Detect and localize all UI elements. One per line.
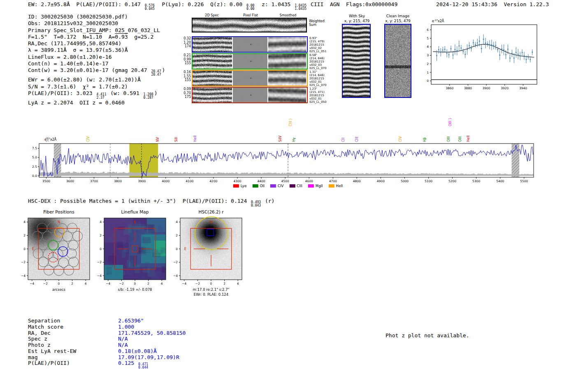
flux-point bbox=[530, 59, 531, 60]
value-range: 0.000.00 bbox=[246, 4, 254, 11]
svg-text:2: 2 bbox=[100, 234, 102, 237]
withsky-image-frame bbox=[342, 24, 371, 98]
fiber-circle-highlight bbox=[48, 240, 58, 250]
svg-text:0: 0 bbox=[134, 282, 136, 285]
svg-text:−4: −4 bbox=[106, 282, 110, 285]
svg-text:−2: −2 bbox=[173, 260, 178, 264]
value-range: 0.4930.043 bbox=[251, 201, 261, 207]
compass-north-label: N bbox=[134, 220, 136, 224]
text-segment: g=25.2 bbox=[128, 34, 154, 40]
svg-text:3900: 3900 bbox=[483, 86, 490, 90]
flux-point bbox=[485, 43, 486, 44]
text-segment: 0.93 bbox=[115, 34, 128, 40]
text-segment: EW: 2.7±95.8Å P(LAE)/P(OII): 0.147 bbox=[28, 1, 144, 7]
match-table-label: mag bbox=[28, 354, 118, 360]
flux-point bbox=[487, 44, 488, 44]
smoothed-canvas bbox=[268, 71, 306, 86]
svg-text:5000: 5000 bbox=[401, 179, 409, 183]
hsc-xlabel2: EWr: 0. PLAE: 0.124 bbox=[194, 292, 228, 297]
svg-text:5400: 5400 bbox=[496, 179, 504, 183]
spec2d-row-cells bbox=[192, 53, 308, 70]
value-range: 4.4112.37 bbox=[96, 93, 106, 100]
flux-point bbox=[501, 49, 502, 49]
detection-info-block: ID: 3002025030 (3002025030.pdf)Obs: 2018… bbox=[28, 14, 165, 106]
svg-text:0: 0 bbox=[23, 247, 26, 251]
fiber-circle bbox=[38, 240, 48, 250]
smoothed-canvas bbox=[268, 37, 306, 52]
svg-text:−2: −2 bbox=[43, 282, 48, 285]
svg-text:4400: 4400 bbox=[257, 179, 265, 183]
text-segment: ) bbox=[162, 67, 165, 73]
svg-text:2: 2 bbox=[71, 282, 73, 285]
legend-swatch bbox=[289, 184, 295, 188]
spectrum-line bbox=[39, 145, 533, 177]
flux-point bbox=[532, 52, 533, 53]
flux-point bbox=[444, 49, 445, 50]
svg-text:4500: 4500 bbox=[281, 179, 289, 183]
match-table-label: RA, Dec bbox=[28, 330, 118, 336]
info-line: ID: 3002025030 (3002025030.pdf) bbox=[28, 14, 165, 20]
svg-text:4: 4 bbox=[427, 45, 429, 49]
svg-text:5500: 5500 bbox=[520, 179, 528, 183]
svg-text:−2: −2 bbox=[97, 260, 102, 264]
error-band bbox=[39, 172, 534, 176]
match-table-row: RA, Dec171.745529, 50.858150 bbox=[28, 330, 186, 336]
line-marker: HeII bbox=[467, 135, 470, 142]
text-segment: EWr = 6.00(±2.80) (w: 2.70(±1.20))Å bbox=[28, 77, 141, 83]
legend-label: OII bbox=[260, 184, 265, 188]
ylabel: e-17x2Å bbox=[432, 19, 444, 23]
match-table-value: 0.18(±0.08)Å bbox=[118, 348, 157, 354]
fiber-circle bbox=[54, 266, 64, 276]
svg-text:2.5: 2.5 bbox=[32, 165, 37, 169]
flux-point bbox=[477, 42, 478, 43]
match-table-value: 171.745529, 50.858150 bbox=[118, 330, 186, 336]
text-segment: P(LAE)/P(OII): 3.023 bbox=[28, 90, 95, 96]
match-table-row: Photo zN/A bbox=[28, 342, 186, 348]
flux-point bbox=[459, 45, 460, 46]
value-range: 0.5760.045 bbox=[145, 4, 155, 11]
text-segment: P(Lyα): 0.226 Q(z): 0.00 bbox=[156, 1, 246, 7]
svg-text:3880: 3880 bbox=[464, 86, 472, 90]
text-segment: ID: 3002025030 (3002025030.pdf) bbox=[28, 14, 128, 20]
svg-text:3940: 3940 bbox=[519, 86, 527, 90]
flux-point bbox=[473, 42, 474, 43]
svg-text:4: 4 bbox=[176, 220, 178, 224]
legend-swatch bbox=[329, 184, 334, 188]
svg-text:5200: 5200 bbox=[448, 179, 456, 183]
legend-swatch bbox=[270, 184, 276, 188]
svg-text:3700: 3700 bbox=[90, 179, 98, 183]
line-marker: CIII bbox=[355, 137, 359, 142]
flux-point bbox=[471, 48, 471, 49]
match-table-label: Est LyA rest-EW bbox=[28, 348, 118, 354]
svg-text:−4: −4 bbox=[173, 274, 178, 278]
hsc-image-cutout: HSC(26.2) r −4−4−2−2002244NE m:17.0 re:2… bbox=[164, 208, 258, 302]
flux-point bbox=[526, 59, 527, 60]
clean-title: Clean Image bbox=[379, 14, 416, 18]
flux-point bbox=[467, 49, 467, 50]
legend-item: CIV bbox=[270, 184, 283, 188]
flux-point bbox=[524, 55, 525, 56]
fiber-circle bbox=[73, 231, 83, 241]
spec2d-raw-canvas bbox=[193, 37, 232, 52]
svg-text:−4: −4 bbox=[182, 282, 186, 285]
info-line: F=1.5" T=0.172 N=1.10 A=0.93 g=25.2 bbox=[28, 34, 165, 40]
match-table-label: Separation bbox=[28, 318, 118, 324]
legend-label: HeII bbox=[336, 184, 343, 188]
match-table-label: Spec z bbox=[28, 336, 118, 342]
match-table-row: Est LyA rest-EW0.18(±0.08)Å bbox=[28, 348, 186, 354]
spec2d-row-annotation: 1.31"(214, 646)20181215v032_01025_LL_070 bbox=[309, 70, 327, 87]
line-marker: OIII } bbox=[448, 118, 452, 126]
svg-text:2: 2 bbox=[223, 282, 225, 285]
svg-text:4200: 4200 bbox=[209, 179, 217, 183]
flux-point bbox=[475, 44, 476, 45]
svg-text:5100: 5100 bbox=[425, 179, 432, 183]
svg-text:7.5: 7.5 bbox=[32, 146, 37, 150]
flux-point bbox=[516, 52, 516, 53]
svg-text:4: 4 bbox=[237, 282, 239, 285]
svg-text:0: 0 bbox=[100, 247, 102, 251]
match-table-label: Photo z bbox=[28, 342, 118, 348]
line-marker: CIV bbox=[86, 136, 90, 142]
legend-item: Lyα bbox=[233, 184, 247, 188]
flux-point bbox=[440, 52, 441, 53]
spec2d-raw-canvas bbox=[193, 71, 232, 86]
